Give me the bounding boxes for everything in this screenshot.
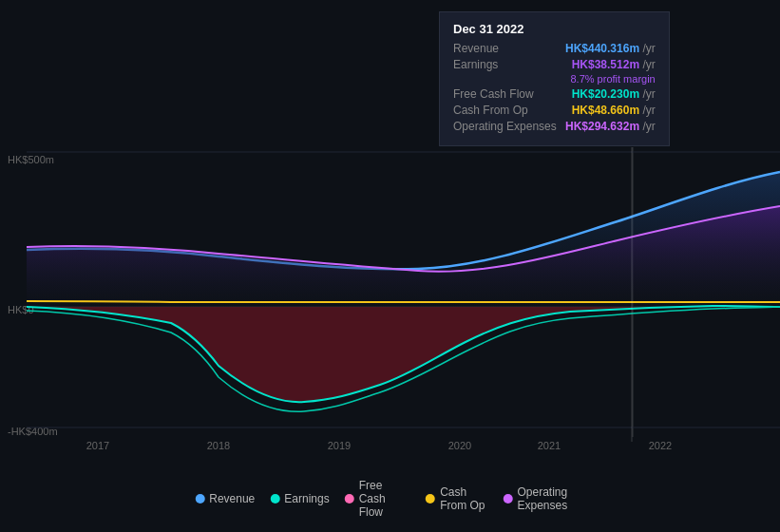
svg-text:2019: 2019 bbox=[328, 440, 351, 451]
legend-label-cashop: Cash From Op bbox=[440, 485, 487, 512]
svg-text:2022: 2022 bbox=[649, 440, 672, 451]
legend-cashop[interactable]: Cash From Op bbox=[426, 485, 487, 512]
legend-revenue[interactable]: Revenue bbox=[195, 492, 255, 505]
legend-label-opex: Operating Expenses bbox=[517, 485, 584, 512]
legend-dot-fcf bbox=[345, 494, 354, 504]
svg-text:2021: 2021 bbox=[538, 440, 561, 451]
tooltip-earnings-margin: 8.7% profit margin bbox=[453, 73, 656, 85]
tooltip-label-cashop: Cash From Op bbox=[453, 104, 558, 117]
tooltip-row-earnings: Earnings HK$38.512m /yr bbox=[453, 58, 656, 71]
legend-fcf[interactable]: Free Cash Flow bbox=[345, 479, 411, 519]
tooltip-label-opex: Operating Expenses bbox=[453, 120, 558, 133]
tooltip-date: Dec 31 2022 bbox=[453, 22, 656, 36]
legend-dot-revenue bbox=[195, 494, 204, 504]
legend-label-fcf: Free Cash Flow bbox=[359, 479, 411, 519]
tooltip-row-revenue: Revenue HK$440.316m /yr bbox=[453, 42, 656, 55]
tooltip-value-fcf: HK$20.230m /yr bbox=[572, 87, 656, 101]
tooltip-panel: Dec 31 2022 Revenue HK$440.316m /yr Earn… bbox=[439, 11, 670, 146]
legend-dot-earnings bbox=[270, 494, 279, 504]
legend-label-earnings: Earnings bbox=[284, 492, 329, 505]
tooltip-value-opex: HK$294.632m /yr bbox=[565, 120, 656, 133]
tooltip-label-revenue: Revenue bbox=[453, 42, 558, 55]
tooltip-label-earnings: Earnings bbox=[453, 58, 558, 71]
svg-text:2018: 2018 bbox=[207, 440, 230, 451]
chart-svg: 2017 2018 2019 2020 2021 2022 bbox=[0, 147, 780, 470]
tooltip-row-fcf: Free Cash Flow HK$20.230m /yr bbox=[453, 87, 656, 101]
legend-label-revenue: Revenue bbox=[209, 492, 255, 505]
tooltip-value-cashop: HK$48.660m /yr bbox=[572, 104, 656, 117]
svg-text:2017: 2017 bbox=[86, 440, 109, 451]
legend-earnings[interactable]: Earnings bbox=[270, 492, 329, 505]
tooltip-label-fcf: Free Cash Flow bbox=[453, 87, 558, 101]
tooltip-row-opex: Operating Expenses HK$294.632m /yr bbox=[453, 120, 656, 133]
tooltip-value-revenue: HK$440.316m /yr bbox=[565, 42, 656, 55]
svg-text:2020: 2020 bbox=[448, 440, 471, 451]
tooltip-value-earnings: HK$38.512m /yr bbox=[572, 58, 656, 71]
legend-dot-cashop bbox=[426, 494, 435, 504]
legend-opex[interactable]: Operating Expenses bbox=[503, 485, 584, 512]
legend-dot-opex bbox=[503, 494, 512, 504]
tooltip-row-cashop: Cash From Op HK$48.660m /yr bbox=[453, 104, 656, 117]
chart-legend: Revenue Earnings Free Cash Flow Cash Fro… bbox=[195, 479, 585, 519]
